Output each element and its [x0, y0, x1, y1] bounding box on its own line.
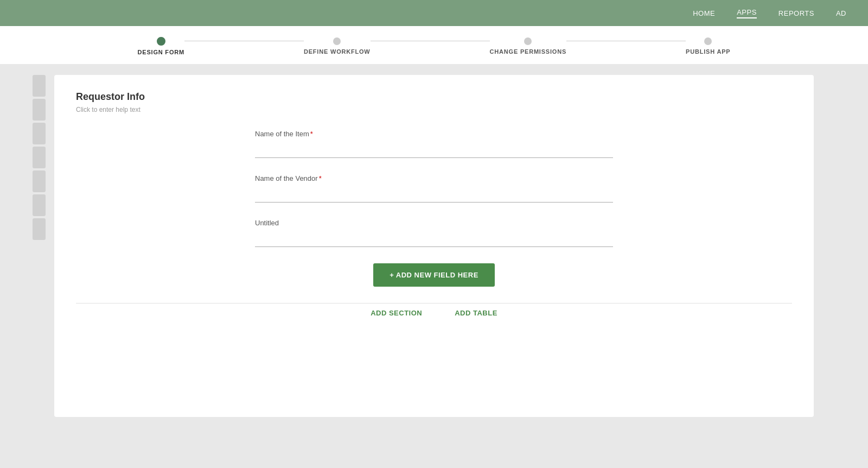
sidebar-item-7 [33, 218, 46, 240]
form-card: Requestor Info Click to enter help text … [54, 75, 814, 417]
field-untitled: Untitled [255, 219, 613, 247]
add-section-link[interactable]: ADD SECTION [371, 309, 422, 317]
input-untitled[interactable] [255, 231, 613, 247]
sidebar-item-3 [33, 123, 46, 144]
add-table-link[interactable]: ADD TABLE [455, 309, 497, 317]
step-connector-3 [566, 41, 686, 41]
bottom-actions: ADD SECTION ADD TABLE [76, 303, 792, 317]
top-navigation: HOME APPS REPORTS AD [0, 0, 868, 26]
nav-apps[interactable]: APPS [737, 8, 757, 18]
field-name-of-item: Name of the Item* [255, 130, 613, 158]
section-title[interactable]: Requestor Info [76, 91, 792, 103]
step-circle-4 [704, 37, 712, 45]
required-star-2: * [319, 174, 322, 182]
nav-reports[interactable]: REPORTS [778, 9, 814, 17]
step-define-workflow[interactable]: DEFINE WORKFLOW [304, 37, 371, 55]
field-name-of-vendor: Name of the Vendor* [255, 174, 613, 203]
input-name-of-vendor[interactable] [255, 187, 613, 203]
form-fields: Name of the Item* Name of the Vendor* Un… [244, 130, 624, 287]
step-design-form[interactable]: DESIGN FORM [138, 37, 184, 55]
stepper: DESIGN FORM DEFINE WORKFLOW CHANGE PERMI… [138, 37, 731, 55]
field-label-2: Name of the Vendor* [255, 174, 613, 182]
required-star-1: * [310, 130, 313, 138]
stepper-container: DESIGN FORM DEFINE WORKFLOW CHANGE PERMI… [0, 26, 868, 64]
step-label-2: DEFINE WORKFLOW [304, 48, 371, 55]
step-connector-2 [371, 41, 490, 41]
right-sidebar [819, 75, 835, 417]
step-circle-3 [524, 37, 532, 45]
main-content: Requestor Info Click to enter help text … [0, 64, 868, 428]
sidebar-item-5 [33, 170, 46, 192]
step-connector-1 [184, 41, 304, 41]
nav-links: HOME APPS REPORTS AD [693, 8, 846, 18]
step-circle-1 [157, 37, 165, 46]
step-label-3: CHANGE PERMISSIONS [490, 48, 567, 55]
sidebar-item-2 [33, 99, 46, 121]
input-name-of-item[interactable] [255, 142, 613, 158]
nav-home[interactable]: HOME [693, 9, 715, 17]
field-label-1: Name of the Item* [255, 130, 613, 138]
sidebar-item-4 [33, 147, 46, 168]
step-change-permissions[interactable]: CHANGE PERMISSIONS [490, 37, 567, 55]
sidebar-item-1 [33, 75, 46, 97]
step-label-4: PUBLISH APP [686, 48, 730, 55]
add-new-field-button[interactable]: + ADD NEW FIELD HERE [373, 263, 495, 287]
nav-ad[interactable]: AD [836, 9, 846, 17]
step-circle-2 [333, 37, 341, 45]
field-label-3: Untitled [255, 219, 613, 227]
section-help-text[interactable]: Click to enter help text [76, 106, 792, 113]
step-publish-app[interactable]: PUBLISH APP [686, 37, 730, 55]
sidebar-item-6 [33, 194, 46, 216]
step-label-1: DESIGN FORM [138, 49, 184, 55]
left-sidebar [33, 75, 49, 417]
